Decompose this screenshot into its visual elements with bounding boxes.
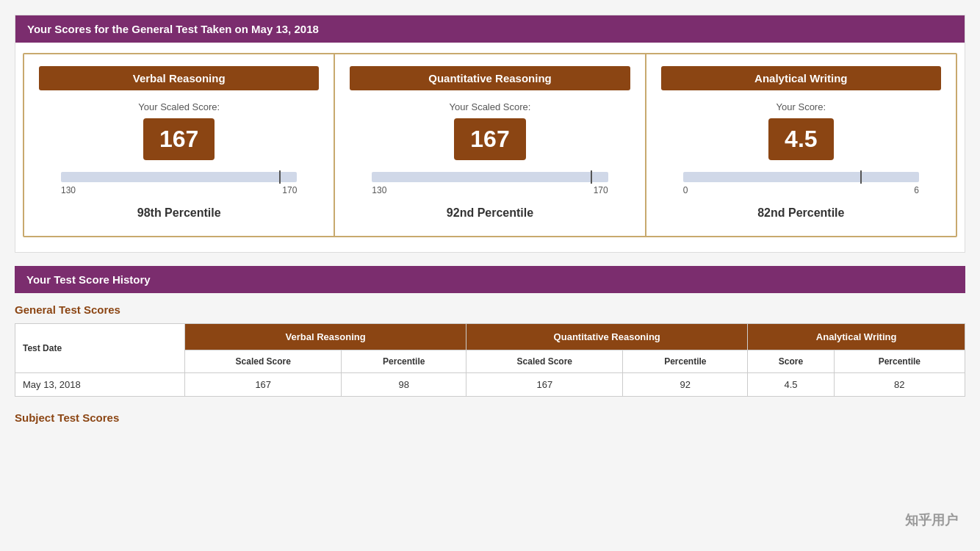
aw-score-cell: 4.5	[748, 372, 834, 396]
score-bar-marker	[591, 170, 592, 184]
score-bar-labels: 130 170	[372, 185, 608, 195]
table-row: May 13, 2018 167 98 167 92 4.5 82	[15, 372, 965, 396]
aw-pct-header: Percentile	[834, 350, 965, 372]
bar-max-label: 170	[282, 185, 297, 195]
scores-header: Your Scores for the General Test Taken o…	[15, 15, 965, 43]
score-card: Quantitative Reasoning Your Scaled Score…	[335, 54, 646, 236]
scaled-score-label: Your Scaled Score:	[450, 101, 531, 114]
score-bar-marker	[279, 170, 281, 184]
history-section: Your Test Score History General Test Sco…	[15, 266, 965, 397]
score-card: Analytical Writing Your Score: 4.5 0 6 8…	[646, 54, 956, 236]
scaled-score-label: Your Scaled Score:	[138, 101, 220, 114]
qr-scaled-header: Scaled Score	[466, 350, 623, 372]
bar-min-label: 0	[683, 185, 688, 195]
score-bar-container: 130 170	[39, 172, 319, 195]
score-badge: 167	[143, 118, 215, 160]
scores-section: Your Scores for the General Test Taken o…	[15, 15, 965, 253]
score-history-table: Test Date Verbal Reasoning Quantitative …	[15, 323, 965, 397]
score-card: Verbal Reasoning Your Scaled Score: 167 …	[24, 54, 335, 236]
bar-max-label: 170	[594, 185, 608, 195]
score-bar-labels: 130 170	[61, 185, 297, 195]
qr-scaled-cell: 167	[466, 372, 623, 396]
aw-group-header: Analytical Writing	[748, 323, 965, 350]
score-bar-track	[683, 172, 919, 182]
score-bar-marker	[860, 170, 862, 184]
aw-pct-cell: 82	[834, 372, 965, 396]
bar-min-label: 130	[61, 185, 76, 195]
score-card-title: Quantitative Reasoning	[350, 66, 630, 90]
percentile-label: 92nd Percentile	[447, 206, 533, 221]
qr-pct-cell: 92	[623, 372, 748, 396]
history-header: Your Test Score History	[15, 266, 965, 293]
qr-pct-header: Percentile	[623, 350, 748, 372]
qr-group-header: Quantitative Reasoning	[466, 323, 748, 350]
scaled-score-label: Your Score:	[777, 101, 826, 114]
general-test-title: General Test Scores	[15, 303, 965, 316]
aw-score-header: Score	[748, 350, 834, 372]
score-badge: 167	[454, 118, 525, 160]
score-bar-labels: 0 6	[683, 185, 919, 195]
score-card-title: Analytical Writing	[661, 66, 941, 90]
bar-min-label: 130	[372, 185, 386, 195]
vr-pct-cell: 98	[342, 372, 466, 396]
score-cards-container: Verbal Reasoning Your Scaled Score: 167 …	[23, 53, 957, 237]
vr-scaled-header: Scaled Score	[185, 350, 342, 372]
bar-max-label: 6	[914, 185, 919, 195]
score-bar-track	[372, 172, 608, 182]
percentile-label: 98th Percentile	[137, 206, 221, 221]
subject-test-title: Subject Test Scores	[15, 411, 965, 424]
test-date-cell: May 13, 2018	[15, 372, 185, 396]
test-date-header: Test Date	[15, 323, 185, 372]
percentile-label: 82nd Percentile	[757, 206, 844, 221]
vr-scaled-cell: 167	[185, 372, 342, 396]
vr-group-header: Verbal Reasoning	[185, 323, 466, 350]
score-bar-container: 130 170	[350, 172, 630, 195]
score-bar-track	[61, 172, 297, 182]
vr-pct-header: Percentile	[342, 350, 466, 372]
score-card-title: Verbal Reasoning	[39, 66, 319, 90]
score-badge: 4.5	[768, 118, 833, 160]
score-bar-container: 0 6	[661, 172, 941, 195]
